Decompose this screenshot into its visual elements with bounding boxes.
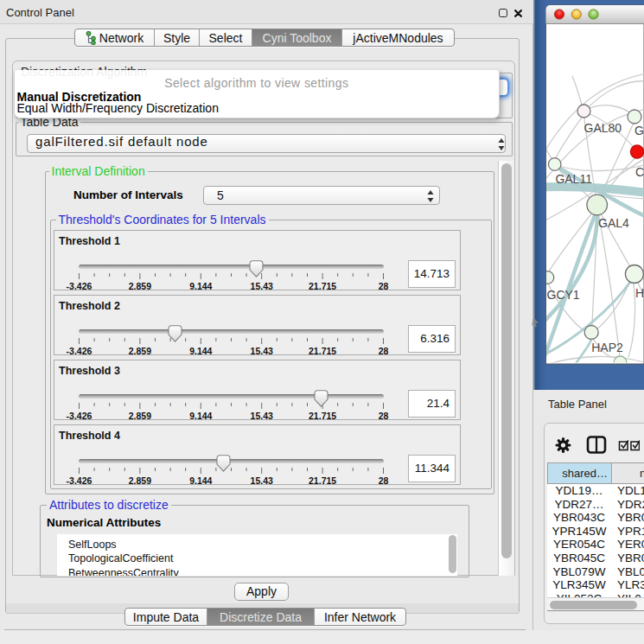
svg-text:HAP2: HAP2 <box>591 341 623 354</box>
svg-text:GAL4: GAL4 <box>598 216 629 230</box>
svg-text:GCY1: GCY1 <box>547 288 580 302</box>
svg-text:GAL11: GAL11 <box>555 172 592 186</box>
svg-text:GA: GA <box>634 124 644 137</box>
svg-text:C: C <box>635 165 644 179</box>
svg-text:GAL80: GAL80 <box>584 121 622 135</box>
svg-text:H: H <box>635 286 644 300</box>
